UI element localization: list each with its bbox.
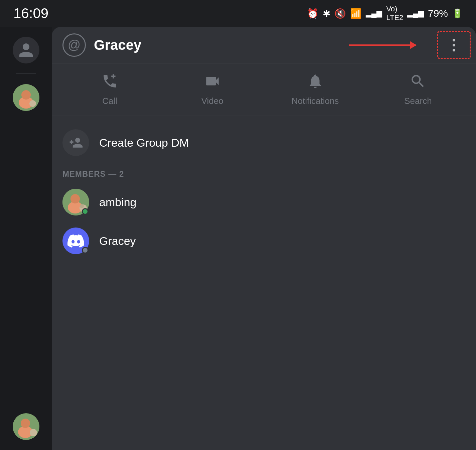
video-label: Video xyxy=(201,96,223,106)
battery-text: 79% xyxy=(428,8,448,19)
online-status-ambing xyxy=(82,208,89,215)
annotation-arrow xyxy=(349,44,416,46)
phone-wave-svg xyxy=(102,73,118,90)
photo-placeholder xyxy=(13,84,39,111)
sidebar-photo-circle xyxy=(13,84,39,111)
volte-icon: Vo)LTE2 xyxy=(386,5,403,22)
status-time: 16:09 xyxy=(13,5,48,21)
mute-icon: 🔇 xyxy=(334,8,346,19)
video-svg xyxy=(204,73,221,90)
signal2-icon: ▂▄▆ xyxy=(407,9,424,18)
call-label: Call xyxy=(102,96,117,106)
action-bar: Call Video Notifications xyxy=(52,63,476,116)
ambing-avatar xyxy=(62,189,89,215)
bell-svg xyxy=(307,73,324,90)
create-group-label: Create Group DM xyxy=(99,136,189,149)
sidebar xyxy=(0,27,52,450)
more-options-button[interactable] xyxy=(439,32,469,58)
create-group-dm-item[interactable]: Create Group DM xyxy=(52,123,476,163)
signal-icon: ▂▄▆ xyxy=(366,9,382,18)
gracey-avatar xyxy=(62,228,89,254)
content-area: Create Group DM MEMBERS — 2 ambing xyxy=(52,116,476,267)
sidebar-divider xyxy=(16,73,36,74)
svg-point-8 xyxy=(80,204,84,208)
sidebar-user-avatar[interactable] xyxy=(13,37,39,63)
bottom-avatar-photo xyxy=(13,413,39,440)
main-panel: @ Gracey Call xyxy=(52,27,476,450)
search-svg xyxy=(410,73,426,90)
action-search[interactable]: Search xyxy=(394,73,441,106)
bell-icon xyxy=(307,73,324,92)
add-person-svg xyxy=(68,135,83,150)
svg-point-2 xyxy=(21,90,31,100)
more-button-highlight xyxy=(437,31,471,59)
bluetooth-icon: ✱ xyxy=(323,8,330,19)
sidebar-bottom-avatar[interactable] xyxy=(13,413,39,440)
notifications-label: Notifications xyxy=(292,96,339,106)
three-dots-icon xyxy=(453,39,455,51)
action-video[interactable]: Video xyxy=(189,73,236,106)
call-icon xyxy=(102,73,118,92)
status-bar: 16:09 ⏰ ✱ 🔇 📶 ▂▄▆ Vo)LTE2 ▂▄▆ 79% 🔋 xyxy=(0,0,476,27)
svg-point-12 xyxy=(30,429,37,436)
person-icon xyxy=(18,42,34,58)
offline-status-gracey xyxy=(82,247,89,254)
svg-point-11 xyxy=(21,419,30,428)
ambing-name: ambing xyxy=(99,196,137,209)
gracey-name: Gracey xyxy=(99,235,136,248)
create-group-icon xyxy=(62,129,89,156)
arrow-line xyxy=(349,44,416,46)
sidebar-photo-item[interactable] xyxy=(13,84,39,111)
panel-header: @ Gracey xyxy=(52,27,476,63)
search-label: Search xyxy=(404,96,432,106)
members-header: MEMBERS — 2 xyxy=(52,163,476,183)
wifi-icon: 📶 xyxy=(350,8,362,19)
at-icon: @ xyxy=(62,33,86,57)
at-symbol: @ xyxy=(68,38,81,52)
search-icon xyxy=(410,73,426,92)
member-item-ambing[interactable]: ambing xyxy=(52,183,476,221)
member-item-gracey[interactable]: Gracey xyxy=(52,221,476,260)
alarm-icon: ⏰ xyxy=(307,8,319,19)
video-icon xyxy=(204,73,221,92)
battery-icon: 🔋 xyxy=(452,8,463,19)
action-call[interactable]: Call xyxy=(87,73,133,106)
action-notifications[interactable]: Notifications xyxy=(292,73,339,106)
status-icons: ⏰ ✱ 🔇 📶 ▂▄▆ Vo)LTE2 ▂▄▆ 79% 🔋 xyxy=(307,5,463,22)
discord-logo xyxy=(67,234,84,248)
svg-point-6 xyxy=(70,194,80,203)
svg-point-3 xyxy=(29,100,36,107)
